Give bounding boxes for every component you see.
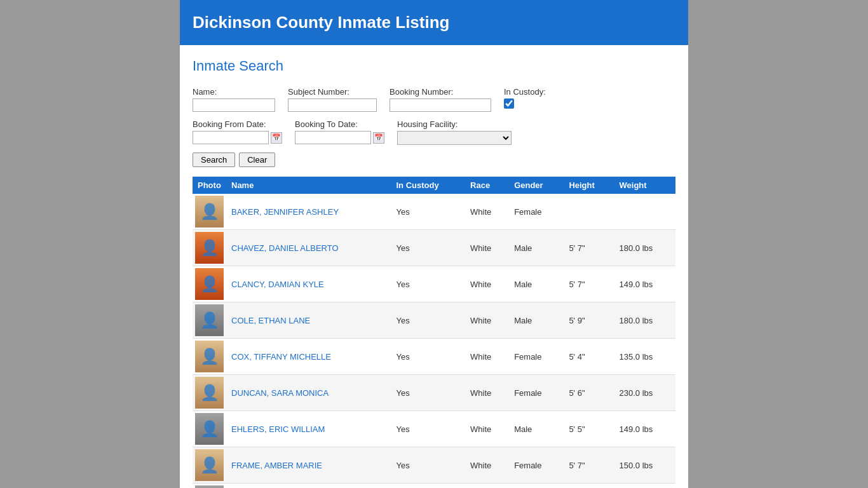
page-title: Dickinson County Inmate Listing xyxy=(193,13,675,32)
race-cell: White xyxy=(465,447,509,484)
race-cell: White xyxy=(465,266,509,302)
name-label: Name: xyxy=(193,87,275,97)
name-input[interactable] xyxy=(193,98,275,112)
weight-cell: 230.0 lbs xyxy=(614,375,675,411)
table-row xyxy=(193,484,675,489)
gender-cell: Male xyxy=(509,302,564,339)
inmate-photo xyxy=(195,268,224,300)
race-cell: White xyxy=(465,411,509,447)
name-cell xyxy=(226,484,391,489)
subject-input[interactable] xyxy=(288,98,377,112)
photo-cell xyxy=(193,302,226,339)
height-cell: 5' 7" xyxy=(564,266,614,302)
inmate-name-link[interactable]: DUNCAN, SARA MONICA xyxy=(231,388,329,398)
booking-from-calendar-icon[interactable]: 📅 xyxy=(271,132,282,144)
form-row-1: Name: Subject Number: Booking Number: In… xyxy=(193,87,675,112)
race-cell: White xyxy=(465,194,509,230)
gender-cell: Female xyxy=(509,375,564,411)
height-cell: 5' 5" xyxy=(564,411,614,447)
booking-to-label: Booking To Date: xyxy=(295,119,384,129)
gender-cell xyxy=(509,484,564,489)
inmate-name-link[interactable]: CHAVEZ, DANIEL ALBERTO xyxy=(231,243,339,253)
col-photo: Photo xyxy=(193,177,226,194)
height-cell xyxy=(564,194,614,230)
height-cell: 5' 6" xyxy=(564,375,614,411)
inmate-name-link[interactable]: COLE, ETHAN LANE xyxy=(231,316,310,325)
booking-input[interactable] xyxy=(390,98,491,112)
weight-cell: 180.0 lbs xyxy=(614,302,675,339)
table-row: COX, TIFFANY MICHELLEYesWhiteFemale5' 4"… xyxy=(193,339,675,375)
custody-checkbox[interactable] xyxy=(504,98,514,109)
booking-from-input[interactable] xyxy=(193,131,269,144)
photo-cell xyxy=(193,411,226,447)
page-header: Dickinson County Inmate Listing xyxy=(180,0,688,45)
inmate-name-link[interactable]: BAKER, JENNIFER ASHLEY xyxy=(231,207,339,217)
gender-cell: Male xyxy=(509,411,564,447)
photo-cell xyxy=(193,339,226,375)
custody-cell: Yes xyxy=(391,266,465,302)
weight-cell xyxy=(614,194,675,230)
page-wrapper: Dickinson County Inmate Listing Inmate S… xyxy=(180,0,688,488)
custody-cell: Yes xyxy=(391,302,465,339)
booking-to-input[interactable] xyxy=(295,131,371,144)
col-weight: Weight xyxy=(614,177,675,194)
booking-to-group: Booking To Date: 📅 xyxy=(295,119,384,144)
form-row-2: Booking From Date: 📅 Booking To Date: 📅 … xyxy=(193,119,675,145)
height-cell: 5' 7" xyxy=(564,447,614,484)
height-cell: 5' 9" xyxy=(564,302,614,339)
custody-cell: Yes xyxy=(391,411,465,447)
inmate-photo xyxy=(195,413,224,445)
booking-to-calendar-icon[interactable]: 📅 xyxy=(373,132,384,144)
photo-cell xyxy=(193,230,226,266)
inmate-photo xyxy=(195,449,224,481)
photo-cell xyxy=(193,484,226,489)
facility-select[interactable] xyxy=(397,131,512,145)
custody-cell: Yes xyxy=(391,194,465,230)
height-cell: 5' 7" xyxy=(564,230,614,266)
name-cell: CHAVEZ, DANIEL ALBERTO xyxy=(226,230,391,266)
custody-cell: Yes xyxy=(391,230,465,266)
search-button[interactable]: Search xyxy=(193,152,235,167)
gender-cell: Male xyxy=(509,266,564,302)
name-cell: COX, TIFFANY MICHELLE xyxy=(226,339,391,375)
inmate-photo xyxy=(195,304,224,336)
table-row: EHLERS, ERIC WILLIAMYesWhiteMale5' 5"149… xyxy=(193,411,675,447)
booking-to-wrap: 📅 xyxy=(295,131,384,144)
name-cell: BAKER, JENNIFER ASHLEY xyxy=(226,194,391,230)
facility-label: Housing Facility: xyxy=(397,119,512,129)
name-cell: CLANCY, DAMIAN KYLE xyxy=(226,266,391,302)
col-height: Height xyxy=(564,177,614,194)
name-group: Name: xyxy=(193,87,275,112)
inmate-name-link[interactable]: CLANCY, DAMIAN KYLE xyxy=(231,280,324,289)
inmate-name-link[interactable]: FRAME, AMBER MARIE xyxy=(231,461,322,470)
custody-cell: Yes xyxy=(391,339,465,375)
col-race: Race xyxy=(465,177,509,194)
table-header-row: Photo Name In Custody Race Gender Height… xyxy=(193,177,675,194)
weight-cell: 180.0 lbs xyxy=(614,230,675,266)
facility-group: Housing Facility: xyxy=(397,119,512,145)
custody-cell xyxy=(391,484,465,489)
race-cell: White xyxy=(465,375,509,411)
inmate-photo xyxy=(195,232,224,264)
table-body: BAKER, JENNIFER ASHLEYYesWhiteFemaleCHAV… xyxy=(193,194,675,488)
inmate-name-link[interactable]: COX, TIFFANY MICHELLE xyxy=(231,352,331,362)
weight-cell: 135.0 lbs xyxy=(614,339,675,375)
race-cell: White xyxy=(465,302,509,339)
name-cell: EHLERS, ERIC WILLIAM xyxy=(226,411,391,447)
custody-cell: Yes xyxy=(391,375,465,411)
col-name: Name xyxy=(226,177,391,194)
main-content: Inmate Search Name: Subject Number: Book… xyxy=(180,45,688,488)
inmate-photo xyxy=(195,377,224,409)
inmate-name-link[interactable]: EHLERS, ERIC WILLIAM xyxy=(231,424,325,434)
clear-button[interactable]: Clear xyxy=(239,152,275,167)
booking-label: Booking Number: xyxy=(390,87,491,97)
weight-cell: 149.0 lbs xyxy=(614,266,675,302)
photo-cell xyxy=(193,266,226,302)
name-cell: DUNCAN, SARA MONICA xyxy=(226,375,391,411)
race-cell: White xyxy=(465,230,509,266)
race-cell: White xyxy=(465,339,509,375)
gender-cell: Male xyxy=(509,230,564,266)
table-row: FRAME, AMBER MARIEYesWhiteFemale5' 7"150… xyxy=(193,447,675,484)
subject-group: Subject Number: xyxy=(288,87,377,112)
booking-group: Booking Number: xyxy=(390,87,491,112)
